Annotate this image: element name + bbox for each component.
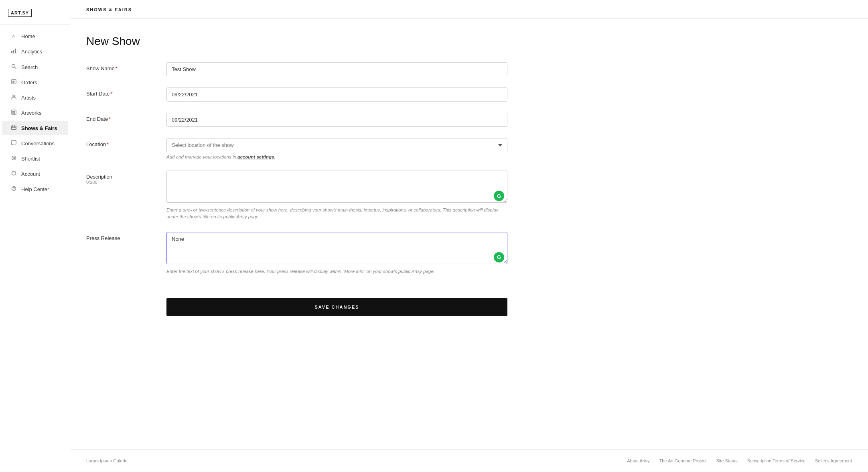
required-indicator: * bbox=[109, 116, 111, 122]
press-release-row: Press Release None G Enter the text of y… bbox=[86, 232, 852, 275]
sidebar-item-orders-label: Orders bbox=[21, 79, 37, 85]
account-icon bbox=[10, 171, 17, 177]
sidebar-item-artists[interactable]: Artists bbox=[2, 90, 68, 105]
sidebar-item-account-label: Account bbox=[21, 171, 40, 177]
svg-point-20 bbox=[13, 157, 14, 159]
save-button[interactable]: SAVE CHANGES bbox=[166, 298, 507, 316]
topbar-title: SHOWS & FAIRS bbox=[86, 7, 132, 12]
sidebar-item-artworks[interactable]: Artworks bbox=[2, 106, 68, 120]
end-date-row: End Date* bbox=[86, 113, 852, 127]
svg-rect-14 bbox=[14, 112, 15, 114]
svg-rect-0 bbox=[11, 51, 12, 53]
press-release-label: Press Release bbox=[86, 232, 166, 241]
start-date-field bbox=[166, 87, 507, 102]
svg-point-24 bbox=[13, 189, 14, 190]
sidebar: ART.SY ⌂ Home Analytics Search bbox=[0, 0, 70, 472]
sidebar-item-analytics-label: Analytics bbox=[21, 49, 42, 55]
sidebar-item-shortlist-label: Shortlist bbox=[21, 156, 40, 162]
artist-icon bbox=[10, 94, 17, 101]
sidebar-item-home[interactable]: ⌂ Home bbox=[2, 29, 68, 43]
sidebar-item-help-center[interactable]: Help Center bbox=[2, 182, 68, 196]
description-field: G Enter a one- or two-sentence descripti… bbox=[166, 171, 507, 221]
press-release-wrapper: None G bbox=[166, 232, 507, 266]
save-field: SAVE CHANGES bbox=[166, 286, 507, 316]
shortlist-icon bbox=[10, 155, 17, 162]
press-release-field: None G Enter the text of your show's pre… bbox=[166, 232, 507, 275]
sidebar-item-account[interactable]: Account bbox=[2, 167, 68, 181]
orders-icon bbox=[10, 79, 17, 85]
press-release-textarea[interactable]: None bbox=[166, 232, 507, 264]
grammarly-button-description[interactable]: G bbox=[494, 191, 504, 201]
svg-rect-12 bbox=[14, 111, 15, 112]
sidebar-item-shows-fairs-label: Shows & Fairs bbox=[21, 125, 57, 131]
svg-rect-11 bbox=[12, 111, 14, 112]
footer-link-about-artsy[interactable]: About Artsy bbox=[627, 458, 649, 463]
save-label-spacer bbox=[86, 286, 166, 289]
svg-line-4 bbox=[14, 67, 16, 69]
required-indicator: * bbox=[107, 141, 109, 147]
main-content: SHOWS & FAIRS New Show Show Name* Start … bbox=[70, 0, 868, 472]
sidebar-item-conversations-label: Conversations bbox=[21, 140, 55, 146]
sidebar-item-shows-fairs[interactable]: Shows & Fairs bbox=[2, 121, 68, 135]
location-select[interactable]: Select location of the show bbox=[166, 138, 507, 152]
end-date-field bbox=[166, 113, 507, 127]
home-icon: ⌂ bbox=[10, 33, 17, 39]
description-row: Description 0/280 G Enter a one- or two-… bbox=[86, 171, 852, 221]
footer: Lorum Ipsum Galerie About Artsy The Art … bbox=[70, 449, 868, 472]
footer-link-subscription-terms[interactable]: Subscription Terms of Service bbox=[747, 458, 805, 463]
show-name-field bbox=[166, 62, 507, 76]
description-hint: Enter a one- or two-sentence description… bbox=[166, 207, 507, 221]
end-date-input[interactable] bbox=[166, 113, 507, 127]
page-title: New Show bbox=[86, 35, 852, 48]
analytics-icon bbox=[10, 48, 17, 55]
svg-rect-1 bbox=[13, 50, 14, 53]
gallery-name: Lorum Ipsum Galerie bbox=[86, 458, 128, 463]
start-date-input[interactable] bbox=[166, 87, 507, 102]
save-row: SAVE CHANGES bbox=[86, 286, 852, 316]
description-wrapper: G bbox=[166, 171, 507, 204]
artworks-icon bbox=[10, 110, 17, 116]
sidebar-item-shortlist[interactable]: Shortlist bbox=[2, 151, 68, 166]
start-date-row: Start Date* bbox=[86, 87, 852, 102]
start-date-label: Start Date* bbox=[86, 87, 166, 97]
footer-links: About Artsy The Art Genome Project Site … bbox=[627, 458, 852, 463]
show-name-row: Show Name* bbox=[86, 62, 852, 76]
footer-link-site-status[interactable]: Site Status bbox=[716, 458, 738, 463]
sidebar-item-help-center-label: Help Center bbox=[21, 186, 49, 192]
sidebar-item-home-label: Home bbox=[21, 33, 35, 39]
shows-fairs-icon bbox=[10, 125, 17, 131]
sidebar-item-search-label: Search bbox=[21, 64, 38, 70]
account-settings-link[interactable]: account settings bbox=[237, 155, 274, 159]
description-count: 0/280 bbox=[86, 180, 166, 185]
location-field: Select location of the show Add and mana… bbox=[166, 138, 507, 159]
show-name-label: Show Name* bbox=[86, 62, 166, 71]
sidebar-logo: ART.SY bbox=[0, 5, 70, 24]
svg-point-9 bbox=[13, 95, 15, 97]
press-release-hint: Enter the text of your show's press rele… bbox=[166, 268, 507, 275]
sidebar-item-search[interactable]: Search bbox=[2, 60, 68, 74]
footer-link-sellers-agreement[interactable]: Seller's Agreement bbox=[815, 458, 852, 463]
location-row: Location* Select location of the show Ad… bbox=[86, 138, 852, 159]
conversations-icon bbox=[10, 140, 17, 146]
show-name-input[interactable] bbox=[166, 62, 507, 76]
required-indicator: * bbox=[111, 91, 113, 97]
grammarly-button-press-release[interactable]: G bbox=[494, 252, 504, 262]
topbar: SHOWS & FAIRS bbox=[70, 0, 868, 19]
svg-rect-13 bbox=[12, 112, 14, 114]
artsy-logo: ART.SY bbox=[8, 9, 32, 17]
sidebar-item-artists-label: Artists bbox=[21, 95, 36, 101]
svg-rect-10 bbox=[12, 110, 16, 114]
sidebar-item-analytics[interactable]: Analytics bbox=[2, 44, 68, 59]
help-icon bbox=[10, 186, 17, 192]
required-indicator: * bbox=[116, 65, 118, 71]
end-date-label: End Date* bbox=[86, 113, 166, 122]
sidebar-item-orders[interactable]: Orders bbox=[2, 75, 68, 90]
description-textarea[interactable] bbox=[166, 171, 507, 203]
footer-link-art-genome[interactable]: The Art Genome Project bbox=[659, 458, 707, 463]
sidebar-item-artworks-label: Artworks bbox=[21, 110, 42, 116]
form-content: New Show Show Name* Start Date* End Date… bbox=[70, 19, 868, 449]
description-label: Description 0/280 bbox=[86, 171, 166, 185]
location-hint: Add and manage your locations in account… bbox=[166, 155, 507, 159]
svg-point-19 bbox=[12, 156, 16, 160]
sidebar-item-conversations[interactable]: Conversations bbox=[2, 136, 68, 151]
